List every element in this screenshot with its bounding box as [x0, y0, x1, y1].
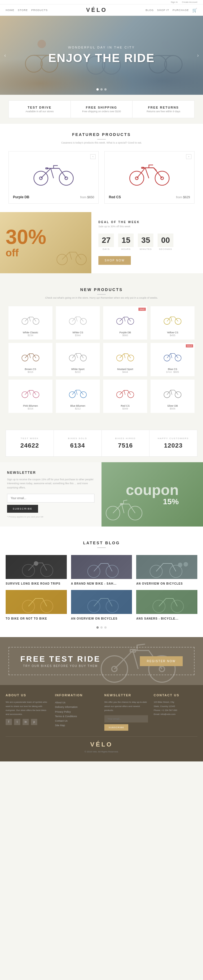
instagram-icon[interactable]: in: [22, 719, 29, 725]
footer-link-terms[interactable]: Terms & Conditions: [55, 715, 77, 718]
facebook-icon[interactable]: f: [6, 719, 12, 725]
thumb-img-6: [58, 346, 98, 366]
blog-card-2[interactable]: A BRAND NEW BIKE - SAH...: [71, 555, 132, 586]
nav-products[interactable]: PRODUCTS: [31, 9, 48, 11]
product-thumb-yellow-cs[interactable]: Yellow CS $455: [151, 306, 195, 340]
thumb-name-4: Yellow CS: [153, 331, 192, 334]
stat-test-week-value: 24622: [9, 442, 51, 449]
product-name-2: Red CS: [109, 195, 121, 199]
nav-purchase[interactable]: PURCHASE: [173, 9, 189, 11]
blog-card-4[interactable]: TO BIKE OR NOT TO BIKE: [6, 590, 67, 621]
blog-dot-1[interactable]: [97, 626, 99, 628]
nav-sign-in[interactable]: Sign In: [171, 1, 178, 3]
deal-image: 30% off: [0, 212, 91, 273]
product-thumb-white-cs[interactable]: White CS $344: [56, 306, 100, 340]
countdown-hours: 15 HOURS: [118, 234, 134, 250]
feature-shipping-title: FREE SHIPPING: [74, 106, 130, 109]
stat-bikes-hired-label: BIKES HIRED: [105, 437, 147, 440]
footer-info-links: About Us Delivery Information Privacy Po…: [55, 700, 99, 728]
newsletter-subscribe-btn[interactable]: SUBSCRIBE: [7, 505, 38, 513]
feature-test-drive-sub: Available in all our stores: [11, 110, 68, 113]
product-thumb-blue-bilumen[interactable]: Blue Bilumen $212: [56, 380, 100, 413]
svg-rect-51: [6, 555, 67, 579]
footer-social-icons: f t in p: [6, 719, 49, 725]
blog-img-3: [136, 555, 197, 579]
thumb-img-5: [11, 346, 50, 366]
thumb-img-12: [153, 383, 192, 403]
hero-dot-1[interactable]: [97, 88, 99, 91]
add-to-cart-btn-2[interactable]: +: [186, 154, 192, 159]
footer-logo-section: VÉLO © 2016 Vélo. All Rights Reserved.: [6, 737, 197, 757]
newsletter-note: * Privacy applies to you and your bill: [7, 515, 94, 518]
blog-card-5[interactable]: AN OVERVIEW ON BICYCLES: [71, 590, 132, 621]
footer-link-about[interactable]: About Us: [55, 701, 65, 704]
blog-card-6[interactable]: ANS SANERS - BICYCLE...: [136, 590, 197, 621]
thumb-name-10: Blue Bilumen: [58, 404, 98, 407]
countdown-seconds: 00 SECONDS: [158, 234, 173, 250]
footer-about-title: ABOUT US: [6, 694, 49, 697]
stat-bikes-sold-label: BIKES SOLD: [57, 437, 99, 440]
footer-link-sitemap[interactable]: Site Map: [55, 724, 65, 727]
footer-subscribe-btn[interactable]: SUBSCRIBE: [104, 724, 128, 731]
feature-test-drive: TEST DRIVE Available in all our stores: [9, 101, 71, 118]
featured-divider: [97, 139, 106, 140]
thumb-price-12: $505: [153, 407, 192, 410]
product-card-purple-db[interactable]: + Purple DB from $650: [8, 151, 99, 204]
shop-now-button[interactable]: SHOP NOW: [98, 256, 131, 265]
svg-rect-55: [71, 555, 132, 579]
product-thumb-white-classic[interactable]: White Classic $234: [8, 306, 52, 340]
product-thumb-pink-bilumen[interactable]: Pink Bilumen $316: [8, 380, 52, 413]
product-thumb-blue-cs[interactable]: SALE Blue CS $710 $605: [151, 343, 195, 376]
thumb-name-11: Red CS: [105, 404, 145, 407]
nav-blog[interactable]: BLOG: [146, 9, 154, 11]
footer-copyright: © 2016 Vélo. All Rights Reserved.: [10, 751, 193, 753]
product-thumb-mustard-sport[interactable]: Mustard Sport $444: [103, 343, 147, 376]
thumb-name-5: Brown CS: [11, 368, 50, 371]
nav-create-account[interactable]: Create Account: [182, 1, 197, 3]
stat-happy-customers-label: HAPPY CUSTOMERS: [152, 437, 194, 440]
footer-link-contact[interactable]: Contact Us: [55, 719, 68, 722]
blog-dot-3[interactable]: [104, 626, 106, 628]
deal-text: 30% off: [6, 227, 46, 259]
thumb-img-10: [58, 383, 98, 403]
product-thumb-silver-db[interactable]: Silver DB $505: [151, 380, 195, 413]
cart-icon[interactable]: 🛒: [192, 8, 197, 13]
pinterest-icon[interactable]: p: [31, 719, 37, 725]
product-thumb-white-sport[interactable]: White Sport $222: [56, 343, 100, 376]
blog-post-title-2: A BRAND NEW BIKE - SAH...: [71, 582, 132, 586]
blog-card-3[interactable]: AN OVERVIEW ON BICYCLES: [136, 555, 197, 586]
blog-card-1[interactable]: SURVIVE LONG BIKE ROAD TRIPS: [6, 555, 67, 586]
feature-returns-sub: Returns are free within 9 days: [135, 110, 192, 113]
blog-dot-2[interactable]: [100, 626, 103, 628]
footer-email-input[interactable]: [104, 715, 148, 722]
thumb-price-5: $315: [11, 371, 50, 373]
hero-dot-3[interactable]: [104, 88, 106, 91]
twitter-icon[interactable]: t: [14, 719, 20, 725]
thumb-img-2: [58, 310, 98, 329]
nav-home[interactable]: HOME: [6, 9, 14, 11]
hero-next-arrow[interactable]: ›: [197, 52, 199, 58]
product-card-red-cs[interactable]: + Red CS from $629: [104, 151, 195, 204]
product-thumb-purple-db[interactable]: SALE Purple DB $660: [103, 306, 147, 340]
feature-returns: FREE RETURNS Returns are free within 9 d…: [133, 101, 194, 118]
svg-rect-66: [71, 590, 132, 614]
nav-shop[interactable]: SHOP IT: [157, 9, 169, 11]
newsletter-email-input[interactable]: [7, 494, 94, 503]
thumb-price-7: $444: [105, 371, 145, 373]
nav-store[interactable]: STORE: [18, 9, 28, 11]
product-info-2: Red CS from $629: [109, 195, 190, 199]
footer-link-privacy[interactable]: Privacy Policy: [55, 710, 71, 713]
product-thumb-brown-cs[interactable]: Brown CS $315: [8, 343, 52, 376]
add-to-cart-btn-1[interactable]: +: [90, 154, 95, 159]
hero-dot-2[interactable]: [100, 88, 103, 91]
free-test-register-btn[interactable]: REGISTER NOW: [140, 656, 183, 666]
svg-rect-69: [136, 590, 197, 614]
hero-prev-arrow[interactable]: ‹: [4, 52, 6, 58]
footer-link-delivery[interactable]: Delivery Information: [55, 706, 78, 708]
newsletter-title: NEWSLETTER: [7, 471, 94, 475]
thumb-name-7: Mustard Sport: [105, 368, 145, 371]
thumb-name-2: White CS: [58, 331, 98, 334]
product-thumb-red-cs[interactable]: Red CS $349: [103, 380, 147, 413]
product-img-1: [13, 156, 94, 192]
site-logo[interactable]: VÉLO: [86, 7, 107, 13]
